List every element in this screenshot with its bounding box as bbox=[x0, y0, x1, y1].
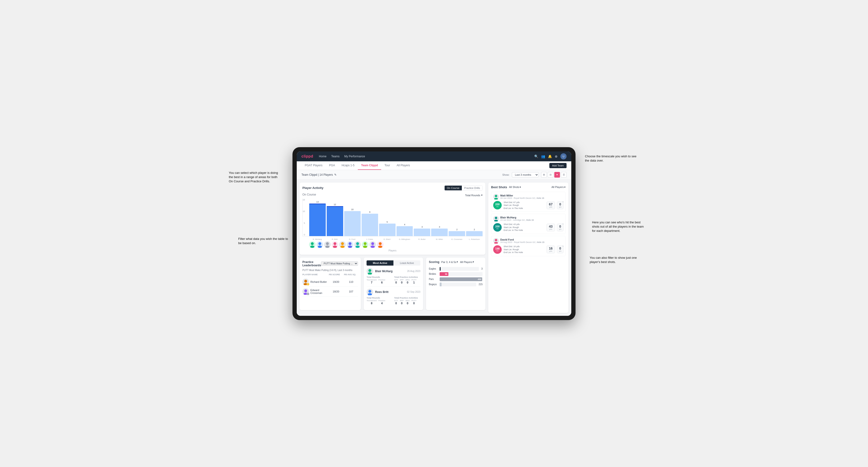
tab-pgat-players[interactable]: PGAT Players bbox=[302, 161, 326, 170]
annotation-top-right: Choose the timescale you wish to see the… bbox=[585, 154, 637, 163]
on-course-toggle[interactable]: On Course bbox=[445, 186, 462, 190]
activity-player-name-2: Rees Britt bbox=[375, 290, 389, 294]
svg-point-10 bbox=[349, 242, 351, 245]
shot-chevron-3[interactable]: › bbox=[563, 244, 563, 248]
shot-badge-3: 198 SG bbox=[493, 245, 502, 254]
nav-teams[interactable]: Teams bbox=[331, 154, 339, 159]
lb-player-info-2: 2 Edward Crossman bbox=[302, 288, 328, 295]
player-avatar-britt[interactable] bbox=[316, 241, 323, 248]
player-avatar-miller[interactable] bbox=[362, 241, 368, 248]
plus-circle-icon[interactable]: ⊕ bbox=[555, 154, 558, 158]
tab-pga[interactable]: PGA bbox=[326, 161, 338, 170]
practice-drills-toggle[interactable]: Practice Drills bbox=[462, 186, 483, 190]
bell-icon[interactable]: 🔔 bbox=[548, 154, 552, 158]
lb-header: Practice Leaderboards PUTT Must Make Put… bbox=[302, 260, 358, 267]
user-avatar[interactable]: U bbox=[560, 153, 566, 159]
least-active-tab[interactable]: Least Active bbox=[394, 260, 420, 266]
svg-point-30 bbox=[495, 217, 497, 219]
activity-tabs: Most Active Least Active bbox=[367, 260, 420, 266]
bar-chart: 15 10 5 0 13 bbox=[302, 198, 483, 236]
bar-d-ford: 10 bbox=[344, 208, 361, 236]
svg-point-1 bbox=[310, 246, 314, 248]
svg-point-18 bbox=[379, 242, 382, 245]
svg-point-17 bbox=[371, 246, 375, 248]
tab-tour[interactable]: Tour bbox=[381, 161, 393, 170]
svg-point-24 bbox=[368, 269, 371, 272]
lb-player-name-2: Edward Crossman bbox=[310, 289, 328, 294]
scoring-row-birdies: Birdies 96 bbox=[429, 272, 483, 276]
grid-2-view-btn[interactable]: ⊞ bbox=[541, 172, 547, 178]
main-content: Player Activity On Course Practice Drill… bbox=[297, 180, 571, 316]
player-avatar-robertson[interactable] bbox=[377, 241, 383, 248]
all-players-filter[interactable]: All Players ▾ bbox=[552, 186, 566, 189]
tablet-frame: clippd Home Teams My Performance 🔍 👥 🔔 ⊕… bbox=[292, 147, 576, 320]
scoring-par-filter[interactable]: Par 3, 4 & 5s ▾ bbox=[441, 260, 458, 263]
players-x-label: Players bbox=[302, 249, 483, 252]
annotation-right-mid: Here you can see who's hit the best shot… bbox=[592, 220, 644, 233]
svg-point-5 bbox=[325, 246, 330, 248]
svg-point-16 bbox=[371, 242, 374, 245]
annotation-right-bottom: You can also filter to show just one pla… bbox=[590, 256, 642, 264]
scoring-player-filter[interactable]: All Players ▾ bbox=[460, 260, 474, 263]
add-team-button[interactable]: Add Team bbox=[549, 163, 566, 168]
scoring-card: Scoring Par 3, 4 & 5s ▾ All Players ▾ bbox=[426, 257, 486, 310]
activity-avatar-1 bbox=[367, 268, 373, 275]
shot-details-2: 200 SG Shot Dist: 43 yds Start Lie: Roug… bbox=[493, 223, 563, 232]
svg-point-15 bbox=[363, 246, 367, 248]
team-name: Team Clippd | 14 Players ✎ bbox=[302, 173, 337, 177]
player-activity-header: Player Activity On Course Practice Drill… bbox=[302, 185, 483, 191]
tablet-screen: clippd Home Teams My Performance 🔍 👥 🔔 ⊕… bbox=[297, 151, 571, 316]
list-view-btn[interactable]: ☰ bbox=[561, 172, 566, 178]
search-icon[interactable]: 🔍 bbox=[534, 154, 538, 158]
bar-e-ebert: 5 bbox=[379, 221, 396, 236]
chevron-down-icon: ▾ bbox=[564, 186, 566, 189]
lb-subtitle: PUTT Must Make Putting (3-6 ft), Last 3 … bbox=[302, 269, 358, 272]
annotation-left-top: You can select which player is doing the… bbox=[229, 171, 281, 184]
player-avatar-butler[interactable] bbox=[354, 241, 361, 248]
heart-view-btn[interactable]: ♥ bbox=[554, 172, 560, 178]
svg-point-14 bbox=[364, 242, 367, 245]
edit-icon[interactable]: ✎ bbox=[334, 173, 337, 177]
shot-player-info-1: Matt Miller 09 Jun 2023 · Royal North De… bbox=[493, 194, 563, 199]
activity-player-2-header: Rees Britt 02 Sep 2023 bbox=[367, 289, 420, 295]
best-shots-card: Best Shots All Shots ▾ All Players ▾ bbox=[488, 183, 568, 313]
shot-chevron-1[interactable]: › bbox=[563, 200, 563, 203]
player-avatar-ebert[interactable] bbox=[339, 241, 346, 248]
shot-location-3: 24 Aug 2023 · Royal North Devon GC, Hole… bbox=[500, 241, 545, 243]
grid-3-view-btn[interactable]: ⊟ bbox=[548, 172, 553, 178]
tab-team-clippd[interactable]: Team Clippd bbox=[358, 161, 381, 170]
shot-player-name-1: Matt Miller bbox=[500, 194, 544, 197]
all-shots-filter[interactable]: All Shots ▾ bbox=[509, 186, 521, 189]
player-avatar-mcharg[interactable] bbox=[309, 241, 316, 248]
shot-chevron-2[interactable]: › bbox=[563, 222, 563, 225]
player-avatar-ford[interactable] bbox=[324, 241, 331, 248]
svg-point-11 bbox=[348, 246, 352, 248]
lb-row-2: 2 Edward Crossman 18/20 107 bbox=[302, 287, 358, 297]
svg-point-26 bbox=[368, 290, 371, 293]
total-rounds-dropdown[interactable]: Total Rounds ▾ bbox=[465, 194, 483, 197]
shot-avatar-3 bbox=[493, 238, 499, 244]
tab-hcaps[interactable]: Hcaps 1-5 bbox=[338, 161, 358, 170]
activity-avatar-2 bbox=[367, 289, 373, 295]
lb-score-2: 18/20 bbox=[329, 290, 343, 293]
player-avatar-billingham[interactable] bbox=[347, 241, 353, 248]
lb-score-1: 19/20 bbox=[329, 280, 343, 283]
nav-home[interactable]: Home bbox=[319, 154, 327, 159]
timescale-select[interactable]: Last 3 months Last 6 months Last 12 mont… bbox=[512, 172, 539, 177]
lb-player-name-1: Richard Butler bbox=[310, 280, 327, 283]
shot-player-name-2: Blair McHarg bbox=[500, 216, 534, 219]
y-label-0: 0 bbox=[303, 234, 306, 236]
activity-player-1-header: Blair McHarg 26 Aug 2023 bbox=[367, 268, 420, 275]
nav-my-performance[interactable]: My Performance bbox=[344, 154, 365, 159]
activity-player-1: Blair McHarg 26 Aug 2023 Total Rounds To… bbox=[367, 268, 420, 284]
lb-avatar-2: 2 bbox=[302, 288, 309, 295]
bar-b-mcharg: 13 bbox=[309, 201, 326, 236]
most-active-tab[interactable]: Most Active bbox=[367, 260, 394, 266]
tab-all-players[interactable]: All Players bbox=[393, 161, 413, 170]
shot-location-1: 09 Jun 2023 · Royal North Devon GC, Hole… bbox=[500, 197, 544, 199]
lb-drill-select[interactable]: PUTT Must Make Putting ... bbox=[321, 261, 358, 266]
player-avatar-coles[interactable] bbox=[332, 241, 338, 248]
shot-item-1: Matt Miller 09 Jun 2023 · Royal North De… bbox=[491, 192, 566, 212]
users-icon[interactable]: 👥 bbox=[541, 154, 545, 158]
player-avatar-crossman[interactable] bbox=[369, 241, 376, 248]
